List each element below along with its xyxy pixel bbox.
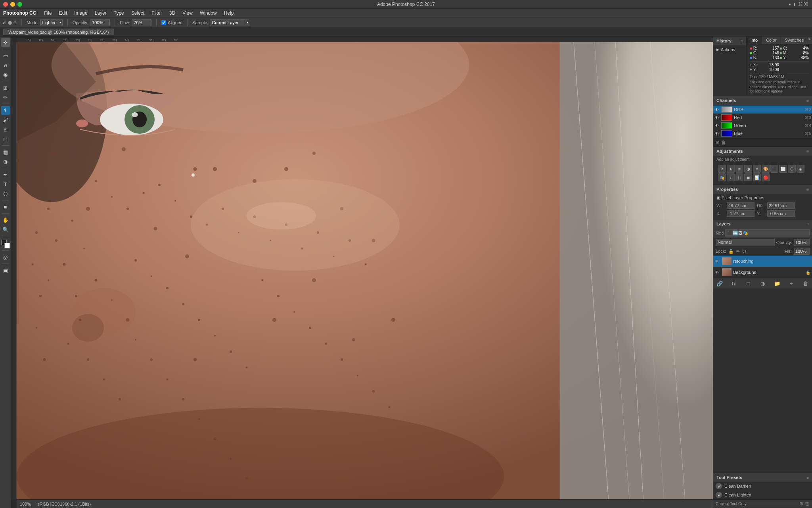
maximize-button[interactable] bbox=[17, 2, 22, 7]
info-menu-icon[interactable]: ≡ bbox=[808, 37, 810, 44]
tool-path-select[interactable]: ⬡ bbox=[1, 189, 10, 198]
menu-file[interactable]: File bbox=[41, 10, 55, 17]
adj-colorbalance[interactable]: ⬛ bbox=[770, 165, 778, 173]
flow-dropdown[interactable]: 70% bbox=[132, 19, 151, 26]
adj-hsl[interactable]: 🎨 bbox=[762, 165, 770, 173]
channel-blue[interactable]: 👁 Blue ⌘5 bbox=[713, 129, 812, 137]
tool-brush[interactable]: 🖌 bbox=[1, 115, 10, 124]
channel-green[interactable]: 👁 Green ⌘4 bbox=[713, 121, 812, 129]
sample-dropdown[interactable]: Current Layer ▾ bbox=[210, 19, 249, 26]
presets-add-icon[interactable]: ⊕ bbox=[799, 501, 803, 506]
tab-info[interactable]: Info bbox=[747, 37, 762, 44]
opacity-layers-input[interactable] bbox=[794, 239, 810, 246]
mode-dropdown[interactable]: Lighten ▾ bbox=[40, 19, 63, 26]
color-swatches[interactable] bbox=[1, 240, 10, 248]
menu-view[interactable]: View bbox=[179, 10, 196, 17]
channel-red[interactable]: 👁 Red ⌘3 bbox=[713, 114, 812, 121]
layer-background-eye[interactable]: 👁 bbox=[715, 270, 720, 275]
lock-all-icon[interactable]: ⬡ bbox=[742, 249, 746, 254]
adj-selectivecolor[interactable]: 🔴 bbox=[762, 173, 770, 181]
menu-filter[interactable]: Filter bbox=[148, 10, 165, 17]
tool-dodge[interactable]: ◑ bbox=[1, 157, 10, 166]
adj-vibrance[interactable]: ✦ bbox=[753, 165, 761, 173]
tool-quick-select[interactable]: ◉ bbox=[1, 70, 10, 79]
adj-bw[interactable]: ⬜ bbox=[779, 165, 787, 173]
tool-presets-header[interactable]: Tool Presets ≡ bbox=[713, 473, 812, 482]
window-controls[interactable] bbox=[3, 2, 22, 7]
history-panel-header[interactable]: History ≡ bbox=[713, 37, 746, 45]
adj-exposure[interactable]: ◑ bbox=[744, 165, 752, 173]
tool-hand[interactable]: ✋ bbox=[1, 216, 10, 224]
channels-header[interactable]: Channels ≡ bbox=[713, 96, 812, 105]
adj-levels[interactable]: ▲ bbox=[727, 165, 735, 173]
layers-mode-dropdown[interactable]: Normal bbox=[716, 239, 775, 246]
tool-screen-mode[interactable]: ▣ bbox=[1, 266, 10, 275]
layer-mask-icon[interactable]: □ bbox=[744, 279, 752, 287]
layer-group-icon[interactable]: 📁 bbox=[773, 279, 781, 287]
brush-preset-icon[interactable]: 🖌 bbox=[2, 20, 6, 25]
layer-effect-icon[interactable]: fx bbox=[730, 279, 738, 287]
menu-layer[interactable]: Layer bbox=[92, 10, 110, 17]
channel-rgb[interactable]: 👁 RGB ⌘2 bbox=[713, 106, 812, 114]
menu-window[interactable]: Window bbox=[197, 10, 220, 17]
canvas-image[interactable] bbox=[17, 42, 713, 499]
w-input[interactable] bbox=[727, 202, 755, 209]
channel-red-eye[interactable]: 👁 bbox=[714, 115, 720, 120]
channels-add-icon[interactable]: ⊕ bbox=[716, 140, 720, 145]
tool-clone[interactable]: ⎘ bbox=[1, 125, 10, 134]
layer-delete-icon[interactable]: 🗑 bbox=[802, 279, 810, 287]
tool-shape[interactable]: ■ bbox=[1, 202, 10, 211]
tool-crop[interactable]: ⊞ bbox=[1, 83, 10, 92]
adj-photofilter[interactable]: ⬡ bbox=[788, 165, 796, 173]
menu-help[interactable]: Help bbox=[221, 10, 237, 17]
layer-background[interactable]: 👁 Background 🔒 bbox=[713, 267, 812, 278]
adjustments-header[interactable]: Adjustments ≡ bbox=[713, 147, 812, 156]
tool-quick-mask[interactable]: ◎ bbox=[1, 253, 10, 262]
tool-eyedropper[interactable]: ✏ bbox=[1, 93, 10, 102]
layers-header[interactable]: Layers ≡ bbox=[713, 219, 812, 228]
layers-menu-icon[interactable]: ≡ bbox=[806, 222, 809, 226]
adj-curves[interactable]: ≈ bbox=[735, 165, 743, 173]
channel-blue-eye[interactable]: 👁 bbox=[714, 131, 720, 136]
properties-menu-icon[interactable]: ≡ bbox=[806, 187, 809, 192]
adj-colorlookup[interactable]: 🎭 bbox=[718, 173, 726, 181]
adj-threshold[interactable]: ◼ bbox=[744, 173, 752, 181]
adj-gradientmap[interactable]: 📊 bbox=[753, 173, 761, 181]
tool-marquee[interactable]: ▭ bbox=[1, 51, 10, 60]
presets-delete-icon[interactable]: 🗑 bbox=[805, 501, 810, 506]
layer-retouching-eye[interactable]: 👁 bbox=[715, 259, 720, 264]
layer-retouching[interactable]: 👁 retouching bbox=[713, 256, 812, 267]
tool-healing[interactable]: ⚕ bbox=[1, 106, 10, 115]
aligned-checkbox[interactable] bbox=[161, 20, 166, 25]
d0-input[interactable] bbox=[767, 202, 795, 209]
history-item-0[interactable]: ▶ Actions bbox=[713, 46, 746, 53]
menu-edit[interactable]: Edit bbox=[56, 10, 71, 17]
tool-zoom[interactable]: 🔍 bbox=[1, 225, 10, 234]
channel-green-eye[interactable]: 👁 bbox=[714, 123, 720, 128]
tab-color[interactable]: Color bbox=[762, 37, 781, 44]
layer-link-icon[interactable]: 🔗 bbox=[716, 279, 724, 287]
channels-menu-icon[interactable]: ≡ bbox=[806, 98, 809, 103]
layer-new-icon[interactable]: + bbox=[787, 279, 795, 287]
adj-invert[interactable]: ↕ bbox=[727, 173, 735, 181]
menu-image[interactable]: Image bbox=[71, 10, 90, 17]
menu-type[interactable]: Type bbox=[111, 10, 127, 17]
menu-3d[interactable]: 3D bbox=[166, 10, 178, 17]
adj-channelmixer[interactable]: ◈ bbox=[797, 165, 804, 173]
tool-eraser[interactable]: ◻ bbox=[1, 135, 10, 143]
menu-select[interactable]: Select bbox=[128, 10, 147, 17]
channels-delete-icon[interactable]: 🗑 bbox=[721, 140, 726, 145]
opacity-dropdown[interactable]: 100% bbox=[90, 19, 110, 26]
adj-brightness[interactable]: ☀ bbox=[718, 165, 726, 173]
tool-type[interactable]: T bbox=[1, 180, 10, 189]
channel-rgb-eye[interactable]: 👁 bbox=[714, 107, 720, 112]
x-prop-input[interactable] bbox=[727, 210, 755, 217]
y-prop-input[interactable] bbox=[767, 210, 795, 217]
preset-clean-lighten[interactable]: 🖌 Clean Lighten bbox=[713, 491, 812, 499]
canvas-area[interactable]: 16 17 18 19 20 21 22 23 24 25 26 27 28 bbox=[11, 37, 713, 508]
tool-move[interactable]: ✜ bbox=[1, 38, 10, 47]
adj-posterize[interactable]: ◻ bbox=[735, 173, 743, 181]
tool-presets-menu-icon[interactable]: ≡ bbox=[806, 475, 809, 480]
document-tab[interactable]: Warpaint_video.psd @ 100% (retouching, R… bbox=[3, 29, 114, 35]
lock-position-icon[interactable]: 🔒 bbox=[728, 249, 734, 254]
